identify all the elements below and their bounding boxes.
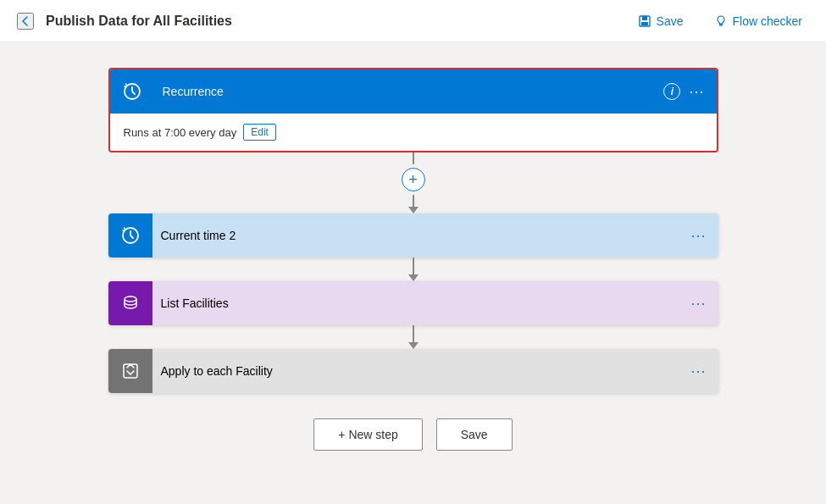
recurrence-actions: i ···: [663, 83, 704, 101]
list-facilities-icon-box: [108, 281, 152, 325]
recurrence-icon-box: [110, 69, 154, 114]
database-icon: [121, 294, 140, 313]
list-facilities-more-icon[interactable]: ···: [690, 295, 706, 313]
connector-3: [408, 325, 419, 349]
bottom-save-button[interactable]: Save: [436, 418, 513, 451]
current-time-more-icon[interactable]: ···: [690, 227, 706, 245]
connector-arrow-1: [408, 207, 419, 213]
add-step-button-1[interactable]: +: [402, 168, 425, 191]
flow-canvas: Recurrence i ··· Runs at 7:00 every day …: [0, 42, 826, 504]
list-facilities-title: List Facilities: [152, 296, 691, 310]
flow-checker-icon: [714, 14, 728, 28]
current-time-clock-icon: [120, 225, 141, 246]
connector-arrow-2: [408, 274, 419, 281]
recurrence-info-icon[interactable]: i: [663, 83, 680, 100]
apply-each-icon-box: [108, 349, 152, 393]
svg-point-5: [125, 296, 136, 302]
current-time-header: Current time 2 ···: [108, 213, 718, 258]
current-time-title: Current time 2: [152, 229, 691, 242]
page-title: Publish Data for All Facilities: [46, 14, 631, 29]
recurrence-header: Recurrence i ···: [110, 69, 717, 114]
apply-each-more-icon[interactable]: ···: [690, 363, 706, 380]
flow-checker-label: Flow checker: [733, 14, 802, 28]
connector-line-3: [413, 258, 414, 274]
header-actions: Save Flow checker: [631, 11, 809, 31]
loop-icon: [121, 362, 140, 380]
svg-rect-2: [641, 22, 648, 25]
connector-line-1: [413, 152, 414, 164]
flow-checker-button[interactable]: Flow checker: [707, 11, 809, 31]
current-time-block: Current time 2 ···: [108, 213, 718, 258]
connector-2: [408, 258, 419, 281]
list-facilities-block: List Facilities ···: [108, 281, 718, 325]
flow-container: Recurrence i ··· Runs at 7:00 every day …: [108, 68, 718, 451]
new-step-button[interactable]: + New step: [313, 418, 422, 451]
bottom-actions: + New step Save: [313, 418, 512, 451]
list-facilities-actions: ···: [690, 295, 706, 313]
recurrence-body-text: Runs at 7:00 every day: [124, 126, 237, 139]
current-time-icon-box: [108, 213, 152, 258]
apply-each-title: Apply to each Facility: [152, 364, 691, 378]
apply-each-actions: ···: [690, 363, 706, 380]
current-time-actions: ···: [690, 227, 706, 245]
connector-line-2: [413, 195, 414, 207]
clock-icon: [122, 81, 142, 102]
back-button[interactable]: [17, 13, 34, 30]
save-button[interactable]: Save: [631, 11, 690, 31]
apply-each-block: Apply to each Facility ···: [108, 349, 718, 393]
save-label: Save: [657, 14, 684, 28]
recurrence-edit-button[interactable]: Edit: [243, 124, 276, 141]
recurrence-more-icon[interactable]: ···: [689, 83, 704, 101]
apply-each-header: Apply to each Facility ···: [108, 349, 718, 393]
app-header: Publish Data for All Facilities Save Flo…: [0, 0, 826, 42]
recurrence-block: Recurrence i ··· Runs at 7:00 every day …: [108, 68, 718, 152]
svg-rect-6: [124, 364, 137, 378]
connector-line-4: [413, 325, 414, 342]
connector-1: +: [402, 152, 425, 213]
list-facilities-header: List Facilities ···: [108, 281, 718, 325]
recurrence-body: Runs at 7:00 every day Edit: [110, 114, 717, 151]
connector-arrow-3: [408, 342, 419, 349]
save-icon: [638, 14, 651, 28]
svg-rect-1: [642, 16, 647, 20]
recurrence-title: Recurrence: [154, 85, 664, 98]
